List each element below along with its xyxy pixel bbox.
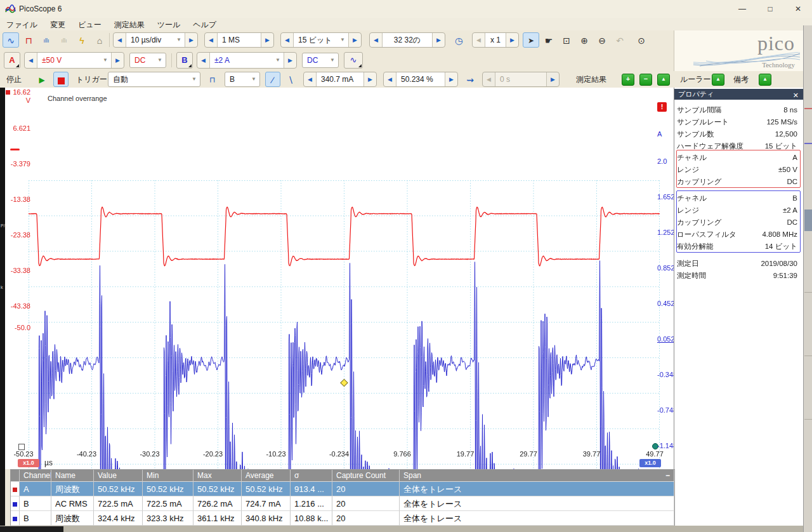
column-header-Capture Count[interactable]: Capture Count <box>332 470 400 482</box>
rising-edge-icon[interactable]: ∕ <box>265 72 280 87</box>
advanced-trigger-icon[interactable]: ⊓ <box>204 72 221 87</box>
samples-increase-icon[interactable]: ▶ <box>261 33 273 47</box>
zoom-in-tool-icon[interactable]: ⊕ <box>576 32 593 48</box>
measurement-cell: 913.4 ... <box>291 482 332 496</box>
collapse-table-icon[interactable]: − <box>665 470 670 482</box>
pretrigger-decrease-icon[interactable]: ◀ <box>384 72 396 86</box>
property-label: 有効分解能 <box>677 243 714 250</box>
column-header-Name[interactable]: Name <box>51 470 94 482</box>
persistence-view-icon[interactable]: ⊓ <box>20 32 37 48</box>
minimize-button[interactable]: — <box>728 0 756 18</box>
measurement-row-0[interactable]: A周波数50.52 kHz50.52 kHz50.52 kHz50.52 kHz… <box>11 482 674 496</box>
maximize-button[interactable]: □ <box>756 0 784 18</box>
pretrigger-increase-icon[interactable]: ▶ <box>445 72 457 86</box>
range-a-decrease-icon[interactable]: ◀ <box>25 53 37 68</box>
channel-b-range-control[interactable]: ◀ ±2 A▼ ▶ <box>197 52 297 69</box>
zoom-factor-control[interactable]: ◀ x 1 ▶ <box>472 32 519 48</box>
trigger-delay-value[interactable]: 0 s <box>495 72 547 86</box>
rulers-button[interactable]: ▲ <box>712 74 724 86</box>
home-icon[interactable]: ⌂ <box>91 32 108 48</box>
measurement-row-1[interactable]: BAC RMS722.5 mA722.5 mA726.2 mA724.7 mA1… <box>11 496 674 511</box>
timebase-increase-icon[interactable]: ▶ <box>185 33 197 47</box>
run-button[interactable]: ▶ <box>34 72 49 87</box>
resolution-value[interactable]: 15 ビット▼ <box>293 33 349 47</box>
trigger-mode-select[interactable]: 自動▼ <box>108 72 200 87</box>
column-header-Channel[interactable]: Channel <box>20 470 51 482</box>
close-button[interactable]: ✕ <box>784 0 812 18</box>
remove-measurement-button[interactable]: − <box>639 74 652 86</box>
column-header-Max[interactable]: Max <box>193 470 242 482</box>
right-zoom-badge[interactable]: x1.0 <box>639 459 661 467</box>
resolution-control[interactable]: ◀ 15 ビット▼ ▶ <box>280 32 362 48</box>
timebase-control[interactable]: ◀ 10 µs/div▼ ▶ <box>113 32 198 48</box>
trigger-delay-control[interactable]: ◀ 0 s ▶ <box>482 72 560 87</box>
level-increase-icon[interactable]: ▶ <box>364 72 376 86</box>
close-icon[interactable]: ✕ <box>793 90 799 101</box>
column-header-Span[interactable]: Span− <box>400 470 674 482</box>
column-header-σ[interactable]: σ <box>291 470 332 482</box>
pan-tool-icon[interactable]: ☛ <box>540 32 557 48</box>
trigger-source-select[interactable]: B▼ <box>225 72 260 87</box>
alarm-view-icon[interactable]: ıllı <box>56 32 72 48</box>
pretrigger-control[interactable]: ◀ 50.234 % ▶ <box>383 72 458 87</box>
samples-control[interactable]: ◀ 1 MS ▶ <box>204 32 274 48</box>
edit-measurement-button[interactable]: ▲ <box>657 74 670 86</box>
channel-a-zero-marker[interactable] <box>10 149 20 150</box>
buffer-prev-icon[interactable]: ◀ <box>370 33 382 47</box>
buffer-index[interactable]: 32 32の <box>382 33 433 47</box>
zoom-out-tool-icon[interactable]: ⊖ <box>594 32 610 48</box>
zoom-marquee-tool-icon[interactable]: ⊡ <box>558 32 575 48</box>
buffer-next-icon[interactable]: ▶ <box>433 33 445 47</box>
timebase-decrease-icon[interactable]: ◀ <box>114 33 126 47</box>
channel-b-coupling-select[interactable]: DC▼ <box>302 53 339 68</box>
zoom-factor-increase-icon[interactable]: ▶ <box>506 33 518 47</box>
timebase-value[interactable]: 10 µs/div▼ <box>126 33 185 47</box>
delay-increase-icon[interactable]: ▶ <box>547 72 559 86</box>
axis-handle-marker[interactable] <box>18 444 25 450</box>
channel-b-range-value[interactable]: ±2 A▼ <box>209 53 284 68</box>
zoom-undo-tool-icon[interactable]: ↶ <box>612 32 628 48</box>
column-header-Average[interactable]: Average <box>242 470 291 482</box>
zoom-factor-decrease-icon[interactable]: ◀ <box>473 33 485 47</box>
falling-edge-icon[interactable]: ∖ <box>283 72 298 87</box>
signal-generator-icon[interactable]: ϟ <box>74 32 90 48</box>
add-measurement-button[interactable]: + <box>622 74 634 86</box>
x-tick-19.77: 19.77 <box>457 450 475 458</box>
measurement-row-2[interactable]: B周波数324.4 kHz323.3 kHz361.1 kHz340.8 kHz… <box>11 511 674 526</box>
overrange-warning-icon[interactable]: ! <box>657 102 667 112</box>
left-zoom-badge[interactable]: x1.0 <box>18 459 39 467</box>
delay-decrease-icon[interactable]: ◀ <box>483 72 495 86</box>
scope-view-icon[interactable]: ∿ <box>3 32 19 48</box>
column-header-Min[interactable]: Min <box>143 470 193 482</box>
zoom-full-tool-icon[interactable]: ⊙ <box>633 32 650 48</box>
range-b-decrease-icon[interactable]: ◀ <box>197 53 209 68</box>
resolution-decrease-icon[interactable]: ◀ <box>281 33 293 47</box>
trigger-timing-icon[interactable]: ⇝ <box>462 72 478 87</box>
level-decrease-icon[interactable]: ◀ <box>304 72 316 86</box>
buffer-overview-icon[interactable]: ◷ <box>450 32 467 48</box>
channel-b-button[interactable]: B <box>176 52 193 69</box>
stop-button[interactable] <box>53 72 69 87</box>
channel-a-coupling-select[interactable]: DC▼ <box>129 53 166 68</box>
cursor-tool-icon[interactable]: ➤ <box>523 32 539 48</box>
pretrigger-value[interactable]: 50.234 % <box>396 72 445 86</box>
resolution-increase-icon[interactable]: ▶ <box>349 33 361 47</box>
measurement-cell: 10.88 k... <box>291 511 332 526</box>
probe-settings-icon[interactable]: ∿ <box>344 52 363 69</box>
spectrum-view-icon[interactable]: ıllı <box>38 32 55 48</box>
notes-button[interactable]: ▲ <box>759 74 771 86</box>
zoom-factor-value[interactable]: x 1 <box>485 33 506 47</box>
rulers-label: ルーラー <box>680 72 711 86</box>
trigger-level-value[interactable]: 340.7 mA <box>316 72 364 86</box>
channel-a-range-control[interactable]: ◀ ±50 V▼ ▶ <box>24 52 124 69</box>
column-header-marker[interactable] <box>11 470 20 482</box>
channel-a-range-value[interactable]: ±50 V▼ <box>37 53 112 68</box>
buffer-navigator[interactable]: ◀ 32 32の ▶ <box>369 32 445 48</box>
samples-decrease-icon[interactable]: ◀ <box>205 33 217 47</box>
range-a-increase-icon[interactable]: ▶ <box>112 53 124 68</box>
trigger-level-control[interactable]: ◀ 340.7 mA ▶ <box>303 72 377 87</box>
range-b-increase-icon[interactable]: ▶ <box>284 53 296 68</box>
channel-a-button[interactable]: A <box>4 52 20 69</box>
column-header-Value[interactable]: Value <box>94 470 143 482</box>
samples-value[interactable]: 1 MS <box>217 33 261 47</box>
